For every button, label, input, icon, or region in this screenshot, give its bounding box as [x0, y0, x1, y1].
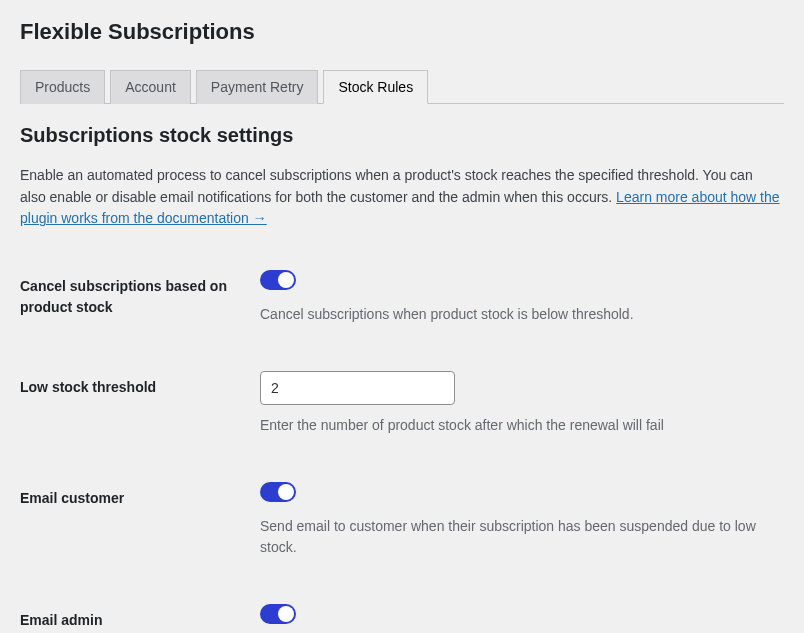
- low-stock-threshold-label: Low stock threshold: [20, 371, 260, 398]
- toggle-knob: [278, 484, 294, 500]
- toggle-knob: [278, 272, 294, 288]
- low-stock-threshold-input[interactable]: [260, 371, 455, 405]
- email-customer-desc: Send email to customer when their subscr…: [260, 516, 770, 558]
- low-stock-threshold-desc: Enter the number of product stock after …: [260, 415, 770, 436]
- setting-row-low-stock-threshold: Low stock threshold Enter the number of …: [20, 371, 784, 436]
- setting-row-cancel-on-stock: Cancel subscriptions based on product st…: [20, 270, 784, 325]
- cancel-on-stock-label: Cancel subscriptions based on product st…: [20, 270, 260, 318]
- email-customer-toggle[interactable]: [260, 482, 296, 502]
- tab-payment-retry[interactable]: Payment Retry: [196, 70, 319, 104]
- setting-row-email-admin: Email admin Send email to admin when a s…: [20, 604, 784, 633]
- section-description: Enable an automated process to cancel su…: [20, 165, 782, 230]
- email-admin-label: Email admin: [20, 604, 260, 631]
- email-customer-label: Email customer: [20, 482, 260, 509]
- section-title: Subscriptions stock settings: [20, 124, 784, 147]
- tab-products[interactable]: Products: [20, 70, 105, 104]
- toggle-knob: [278, 606, 294, 622]
- tab-account[interactable]: Account: [110, 70, 191, 104]
- page-title: Flexible Subscriptions: [20, 10, 784, 49]
- cancel-on-stock-desc: Cancel subscriptions when product stock …: [260, 304, 770, 325]
- email-admin-toggle[interactable]: [260, 604, 296, 624]
- cancel-on-stock-toggle[interactable]: [260, 270, 296, 290]
- tab-stock-rules[interactable]: Stock Rules: [323, 70, 428, 104]
- setting-row-email-customer: Email customer Send email to customer wh…: [20, 482, 784, 558]
- tabs-nav: Products Account Payment Retry Stock Rul…: [20, 69, 784, 104]
